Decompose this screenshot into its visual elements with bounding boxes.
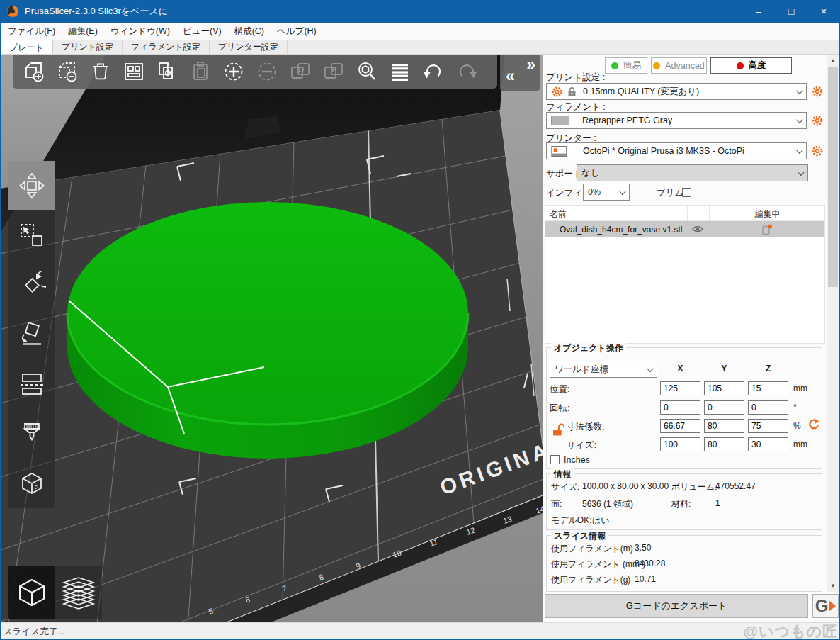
maximize-button[interactable]: □ xyxy=(775,0,807,23)
editor-view-button[interactable] xyxy=(8,566,55,619)
mode-advanced-button[interactable]: Advanced xyxy=(651,57,707,74)
coordinate-system-combo[interactable]: ワールド座標 xyxy=(550,361,657,378)
object-list-row[interactable]: Oval_dish_h4cm_for_vase v1.stl xyxy=(545,221,824,237)
axis-z-header: Z xyxy=(748,364,788,374)
menu-configuration[interactable]: 構成(C) xyxy=(228,23,271,40)
advanced-mode-dot-icon xyxy=(653,62,660,69)
search-button[interactable] xyxy=(350,56,383,87)
copy-button[interactable] xyxy=(150,56,183,87)
view-switcher xyxy=(8,566,102,619)
info-facets-label: 面: xyxy=(551,498,562,510)
model-object[interactable] xyxy=(67,202,468,459)
filament-combo[interactable]: Reprapper PETG Gray xyxy=(546,112,807,129)
print-settings-combo[interactable]: 0.15mm QUALITY (変更あり) xyxy=(546,83,807,100)
variable-layer-height-button[interactable] xyxy=(383,56,416,87)
brim-checkbox[interactable] xyxy=(682,188,691,197)
tab-print-settings[interactable]: プリント設定 xyxy=(53,40,123,54)
filament-volume-label: 使用フィラメント (mm³) xyxy=(551,558,645,571)
size-z-input[interactable] xyxy=(748,437,788,451)
position-label: 位置: xyxy=(550,383,569,395)
chevron-down-icon xyxy=(798,169,805,176)
arrange-icon xyxy=(121,59,147,84)
reset-scale-icon[interactable] xyxy=(807,418,819,430)
scale-z-input[interactable] xyxy=(748,419,788,433)
move-icon xyxy=(18,172,46,200)
search-icon xyxy=(354,59,380,84)
export-gcode-icon-button[interactable]: G xyxy=(812,594,839,618)
filament-weight-value: 10.71 xyxy=(635,574,656,584)
filament-value: Reprapper PETG Gray xyxy=(582,116,672,125)
seam-tool-button[interactable] xyxy=(8,459,55,508)
scroll-up-arrow[interactable]: ▲ xyxy=(827,55,839,67)
printer-value: OctoPi * Original Prusa i3 MK3S - OctoPi xyxy=(583,146,744,156)
remove-object-button[interactable] xyxy=(50,56,84,87)
rotation-y-input[interactable] xyxy=(704,400,744,415)
cut-tool-button[interactable] xyxy=(8,359,55,409)
size-label: サイズ: xyxy=(567,439,596,451)
split-parts-icon: P xyxy=(321,59,346,84)
add-instance-button[interactable] xyxy=(217,56,250,87)
position-x-input[interactable] xyxy=(660,381,700,395)
position-z-input[interactable] xyxy=(748,381,788,395)
mode-expert-button[interactable]: 高度 xyxy=(710,57,792,74)
svg-text:O: O xyxy=(297,65,304,74)
filament-gear-button[interactable] xyxy=(811,114,824,127)
scale-y-input[interactable] xyxy=(704,419,744,433)
tab-printer-settings[interactable]: プリンター設定 xyxy=(210,40,288,54)
menu-view[interactable]: ビュー(V) xyxy=(176,23,228,40)
infill-combo[interactable]: 0% xyxy=(583,184,630,201)
scrollbar-thumb[interactable] xyxy=(828,67,838,287)
print-settings-gear-button[interactable] xyxy=(811,85,824,98)
slice-info-group: スライス情報 使用フィラメント(m) 3.50 使用フィラメント (mm³) 8… xyxy=(546,535,822,592)
export-gcode-button[interactable]: Gコードのエクスポート xyxy=(545,594,808,618)
tab-filament-settings[interactable]: フィラメント設定 xyxy=(123,40,210,54)
menu-edit[interactable]: 編集(E) xyxy=(62,23,104,40)
sidebar-scrollbar[interactable]: ▲ ▼ xyxy=(827,55,839,592)
rotation-z-input[interactable] xyxy=(748,400,788,415)
eye-icon[interactable] xyxy=(691,224,704,234)
menu-help[interactable]: ヘルプ(H) xyxy=(271,23,323,40)
undo-button[interactable] xyxy=(416,56,450,87)
close-button[interactable]: × xyxy=(807,0,840,23)
collapse-sidebar-button[interactable]: » « xyxy=(500,55,540,91)
printer-icon xyxy=(551,145,567,157)
uniform-scale-lock-icon[interactable] xyxy=(552,422,564,437)
add-object-button[interactable] xyxy=(17,56,50,87)
size-x-input[interactable] xyxy=(660,437,700,451)
scroll-down-arrow[interactable]: ▼ xyxy=(827,580,839,592)
info-materials-value: 1 xyxy=(715,498,720,508)
trash-icon xyxy=(88,59,113,84)
watermark: @いつもの匠 xyxy=(744,622,838,640)
position-y-input[interactable] xyxy=(704,381,744,395)
delete-all-button[interactable] xyxy=(84,56,117,87)
menu-window[interactable]: ウィンドウ(W) xyxy=(104,23,176,40)
tab-plater[interactable]: プレート xyxy=(0,40,53,54)
inches-checkbox[interactable] xyxy=(550,455,560,464)
chevron-down-icon xyxy=(796,147,803,154)
paint-support-tool-button[interactable] xyxy=(8,409,55,459)
remove-object-icon xyxy=(55,59,80,84)
split-to-objects-button: O xyxy=(283,56,317,87)
preview-view-button[interactable] xyxy=(55,566,102,619)
menu-file[interactable]: ファイル(F) xyxy=(1,23,62,40)
arrange-button[interactable] xyxy=(117,56,150,87)
mode-simple-button[interactable]: 簡易 xyxy=(605,57,647,74)
column-name: 名前 xyxy=(550,208,567,220)
info-size-label: サイズ: xyxy=(551,481,579,493)
size-y-input[interactable] xyxy=(704,437,744,451)
place-on-face-icon xyxy=(18,320,46,349)
support-combo[interactable]: なし xyxy=(577,164,808,181)
rotate-tool-button[interactable] xyxy=(8,260,55,310)
printer-gear-button[interactable] xyxy=(811,145,824,157)
rotation-x-input[interactable] xyxy=(660,400,700,415)
3d-scene[interactable]: 5 6 7 8 9 10 11 12 13 14 ORIGINAL xyxy=(0,55,543,622)
printer-combo[interactable]: OctoPi * Original Prusa i3 MK3S - OctoPi xyxy=(546,142,807,159)
settings-tab-bar: プレート プリント設定 フィラメント設定 プリンター設定 xyxy=(0,40,840,55)
place-on-face-tool-button[interactable] xyxy=(8,310,55,359)
minimize-button[interactable]: – xyxy=(742,0,775,23)
scale-tool-button[interactable] xyxy=(8,210,55,260)
object-list: 名前 編集中 Oval_dish_h4cm_for_vase v1.stl xyxy=(545,205,825,344)
move-tool-button[interactable] xyxy=(8,161,55,210)
scale-x-input[interactable] xyxy=(660,419,700,433)
3d-viewport[interactable]: 5 6 7 8 9 10 11 12 13 14 ORIGINAL xyxy=(0,55,543,622)
